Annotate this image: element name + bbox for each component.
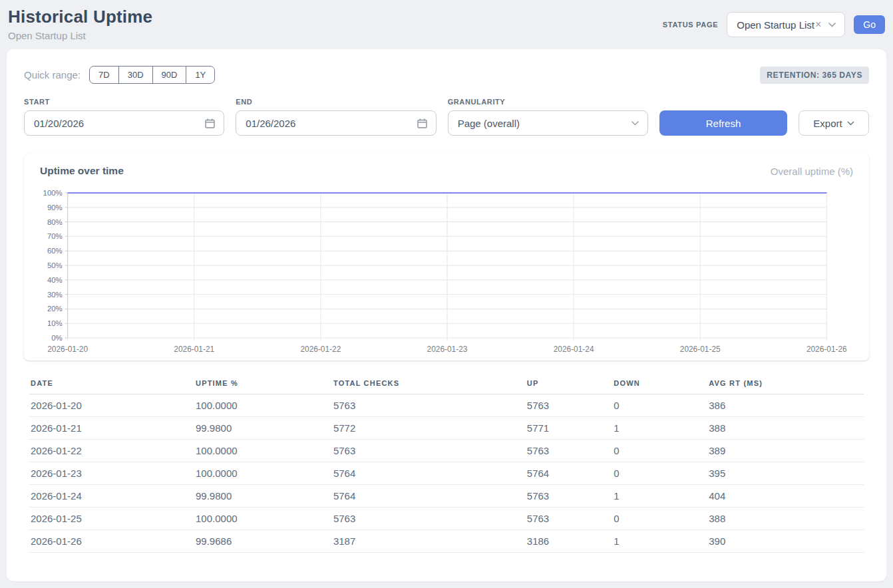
table-row: 2026-01-2699.9686318731861390 <box>29 529 864 552</box>
table-cell: 99.9686 <box>190 529 328 552</box>
start-label: START <box>24 98 224 106</box>
uptime-table: DATE UPTIME % TOTAL CHECKS UP DOWN AVG R… <box>29 375 864 553</box>
go-button[interactable]: Go <box>854 15 885 34</box>
table-cell: 386 <box>703 394 864 416</box>
title-block: Historical Uptime Open Startup List <box>8 7 152 41</box>
table-cell: 0 <box>608 507 703 529</box>
header-controls: STATUS PAGE Open Startup List × Go <box>663 12 885 37</box>
calendar-icon[interactable] <box>417 118 428 129</box>
svg-text:10%: 10% <box>47 319 63 327</box>
table-cell: 5764 <box>522 462 608 484</box>
table-cell: 2026-01-25 <box>29 507 190 529</box>
table-row: 2026-01-20100.0000576357630386 <box>29 394 864 416</box>
svg-text:0%: 0% <box>51 334 62 342</box>
status-page-select[interactable]: Open Startup List × <box>727 12 845 37</box>
quick-range-90d-button[interactable]: 90D <box>152 66 187 84</box>
table-cell: 5763 <box>328 507 522 529</box>
table-row: 2026-01-22100.0000576357630389 <box>29 439 864 462</box>
chart-legend: Overall uptime (%) <box>771 166 853 177</box>
chart-title: Uptime over time <box>40 165 124 177</box>
start-date-input[interactable]: 01/20/2026 <box>24 110 224 136</box>
table-cell: 3186 <box>522 529 608 552</box>
end-date-field: END 01/26/2026 <box>236 98 436 136</box>
svg-text:100%: 100% <box>43 189 63 197</box>
table-row: 2026-01-25100.0000576357630388 <box>29 507 864 529</box>
granularity-select[interactable]: Page (overall) <box>448 110 648 136</box>
table-cell: 100.0000 <box>190 439 328 462</box>
quick-range-1y-button[interactable]: 1Y <box>186 66 215 84</box>
table-cell: 5763 <box>522 439 608 462</box>
table-cell: 2026-01-26 <box>29 529 190 552</box>
start-date-field: START 01/20/2026 <box>24 98 224 136</box>
table-cell: 2026-01-21 <box>29 416 190 439</box>
table-cell: 0 <box>608 462 703 484</box>
calendar-icon[interactable] <box>204 118 216 129</box>
column-header-uptime: UPTIME % <box>190 375 328 394</box>
table-cell: 5763 <box>328 439 522 462</box>
top-header: Historical Uptime Open Startup List STAT… <box>0 0 893 49</box>
table-cell: 5763 <box>522 484 608 507</box>
quick-range-label: Quick range: <box>24 69 81 80</box>
table-cell: 5772 <box>328 416 522 439</box>
quick-range-row: Quick range: 7D 30D 90D 1Y RETENTION: 36… <box>24 66 869 84</box>
table-cell: 5764 <box>328 462 522 484</box>
table-row: 2026-01-2199.9800577257711388 <box>29 416 864 439</box>
quick-range-30d-button[interactable]: 30D <box>118 66 153 84</box>
table-cell: 1 <box>608 529 703 552</box>
table-cell: 100.0000 <box>190 507 328 529</box>
granularity-selected-value: Page (overall) <box>458 118 631 129</box>
table-cell: 404 <box>703 484 864 507</box>
quick-range-group: 7D 30D 90D 1Y <box>89 66 215 84</box>
chevron-down-icon <box>828 22 836 27</box>
uptime-chart-svg: 0%10%20%30%40%50%60%70%80%90%100%2026-01… <box>37 185 856 353</box>
clear-selection-icon[interactable]: × <box>815 19 821 31</box>
svg-text:2026-01-21: 2026-01-21 <box>174 345 214 353</box>
column-header-total-checks: TOTAL CHECKS <box>328 375 522 394</box>
table-cell: 5763 <box>522 394 608 416</box>
table-row: 2026-01-2499.9800576457631404 <box>29 484 864 507</box>
table-cell: 2026-01-22 <box>29 439 190 462</box>
svg-text:50%: 50% <box>47 261 63 269</box>
table-cell: 3187 <box>328 529 522 552</box>
svg-text:80%: 80% <box>47 218 63 226</box>
uptime-table-body: 2026-01-20100.00005763576303862026-01-21… <box>29 394 864 552</box>
column-header-down: DOWN <box>608 375 703 394</box>
table-cell: 0 <box>608 394 703 416</box>
svg-text:2026-01-22: 2026-01-22 <box>300 345 341 353</box>
table-cell: 1 <box>608 484 703 507</box>
granularity-label: GRANULARITY <box>448 98 648 106</box>
svg-text:20%: 20% <box>47 305 63 313</box>
svg-text:2026-01-25: 2026-01-25 <box>680 345 721 353</box>
table-cell: 1 <box>608 416 703 439</box>
table-cell: 389 <box>703 439 864 462</box>
table-cell: 390 <box>703 529 864 552</box>
table-cell: 388 <box>703 416 864 439</box>
table-cell: 99.9800 <box>190 416 328 439</box>
end-label: END <box>236 98 436 106</box>
svg-text:2026-01-23: 2026-01-23 <box>427 345 468 353</box>
chart-plot-area: 0%10%20%30%40%50%60%70%80%90%100%2026-01… <box>37 185 856 353</box>
svg-text:2026-01-20: 2026-01-20 <box>47 345 88 353</box>
column-header-avg-rt: AVG RT (MS) <box>703 375 864 394</box>
quick-range-7d-button[interactable]: 7D <box>89 66 119 84</box>
table-cell: 0 <box>608 439 703 462</box>
svg-text:30%: 30% <box>47 291 63 299</box>
table-header-row: DATE UPTIME % TOTAL CHECKS UP DOWN AVG R… <box>29 375 864 394</box>
granularity-field: GRANULARITY Page (overall) <box>448 98 648 136</box>
main-panel: Quick range: 7D 30D 90D 1Y RETENTION: 36… <box>7 49 886 581</box>
table-cell: 5763 <box>522 507 608 529</box>
table-cell: 100.0000 <box>190 462 328 484</box>
chevron-down-icon <box>847 121 854 126</box>
table-cell: 395 <box>703 462 864 484</box>
svg-text:2026-01-26: 2026-01-26 <box>806 345 847 353</box>
refresh-button[interactable]: Refresh <box>659 110 787 136</box>
retention-badge: RETENTION: 365 DAYS <box>760 67 869 84</box>
end-date-input[interactable]: 01/26/2026 <box>236 110 436 136</box>
table-cell: 5763 <box>328 394 522 416</box>
chevron-down-icon <box>631 120 639 126</box>
end-date-value: 01/26/2026 <box>246 118 416 129</box>
export-button[interactable]: Export <box>799 110 869 136</box>
column-header-date: DATE <box>29 375 190 394</box>
uptime-chart-card: Uptime over time Overall uptime (%) 0%10… <box>24 154 869 361</box>
uptime-table-wrap: DATE UPTIME % TOTAL CHECKS UP DOWN AVG R… <box>24 375 869 553</box>
